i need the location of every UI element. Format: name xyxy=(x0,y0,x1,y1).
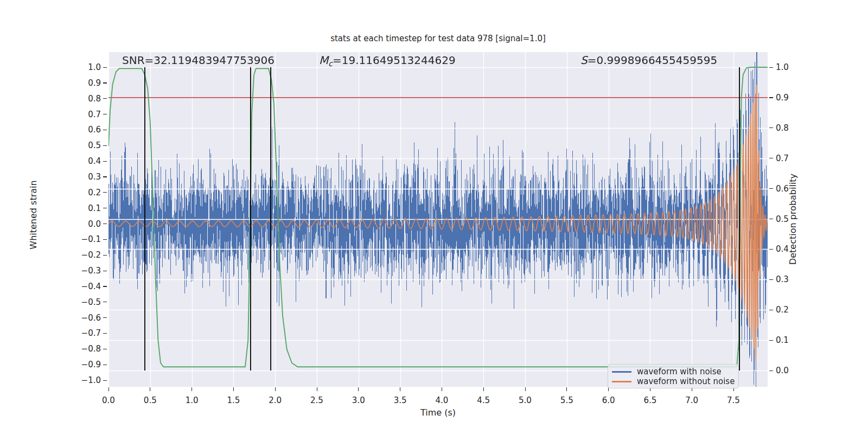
mc-symbol: M xyxy=(319,54,328,67)
y-left-tick-mark xyxy=(103,349,107,349)
y-left-tick-label: 1.0 xyxy=(63,61,101,73)
y-left-tick-mark xyxy=(103,176,107,177)
y-left-tick-label: −1.0 xyxy=(63,374,101,386)
x-tick-mark xyxy=(317,387,317,391)
y-right-tick-label: 0.3 xyxy=(776,273,808,285)
y-right-tick-label: 0.2 xyxy=(776,304,808,316)
x-axis-label: Time (s) xyxy=(108,407,768,418)
y-right-tick-mark xyxy=(769,188,773,189)
y-left-tick-label: 0.0 xyxy=(63,218,101,230)
y-right-tick-mark xyxy=(769,340,773,341)
s-value: =0.9998966455459595 xyxy=(588,54,717,67)
y-left-tick-label: 0.7 xyxy=(63,108,101,120)
x-tick-mark xyxy=(358,387,359,391)
y-left-tick-label: −0.7 xyxy=(63,327,101,339)
snr-text: SNR=32.119483947753906 xyxy=(122,54,275,67)
x-tick-mark xyxy=(566,387,567,391)
y-left-tick-mark xyxy=(103,239,107,240)
y-left-tick-label: −0.1 xyxy=(63,233,101,245)
mc-subscript: c xyxy=(328,59,333,68)
y-left-tick-label: 0.2 xyxy=(63,187,101,199)
y-left-tick-mark xyxy=(103,130,107,130)
legend-line-orange-icon xyxy=(612,381,631,382)
y-left-tick-label: −0.4 xyxy=(63,280,101,292)
x-tick-label: 1.5 xyxy=(219,394,247,406)
x-tick-mark xyxy=(192,387,192,391)
y-left-tick-mark xyxy=(103,302,107,302)
y-left-tick-mark xyxy=(103,380,107,381)
chirp-mass-annotation: Mc=19.11649513244629 xyxy=(319,54,456,68)
y-right-tick-mark xyxy=(769,67,773,68)
y-left-tick-mark xyxy=(103,208,107,208)
chart-title: stats at each timestep for test data 978… xyxy=(108,34,768,43)
plot-canvas xyxy=(108,52,768,387)
y-left-tick-mark xyxy=(103,271,107,271)
y-right-tick-label: 0.7 xyxy=(776,152,808,164)
x-tick-mark xyxy=(233,387,234,391)
y-left-tick-mark xyxy=(103,161,107,162)
x-tick-label: 6.5 xyxy=(636,394,664,406)
legend: waveform with noise waveform without noi… xyxy=(608,364,739,388)
y-left-tick-mark xyxy=(103,317,107,318)
y-right-tick-mark xyxy=(769,249,773,250)
x-tick-label: 2.0 xyxy=(261,394,289,406)
mc-value: =19.11649513244629 xyxy=(333,54,456,67)
x-tick-label: 3.0 xyxy=(344,394,373,406)
x-tick-label: 2.5 xyxy=(303,394,331,406)
y-left-tick-mark xyxy=(103,333,107,334)
y-right-tick-label: 0.8 xyxy=(776,122,808,134)
x-tick-label: 0.5 xyxy=(136,394,164,406)
y-right-tick-mark xyxy=(769,219,773,219)
y-left-tick-label: 0.6 xyxy=(63,124,101,136)
legend-item-without-noise: waveform without noise xyxy=(612,376,734,386)
x-tick-label: 4.0 xyxy=(427,394,456,406)
y-left-tick-label: 0.9 xyxy=(63,77,101,89)
x-tick-label: 3.5 xyxy=(386,394,414,406)
x-tick-mark xyxy=(483,387,484,391)
y-left-tick-label: −0.5 xyxy=(63,296,101,308)
y-right-tick-mark xyxy=(769,310,773,310)
x-tick-mark xyxy=(108,387,109,391)
y-left-tick-label: 0.1 xyxy=(63,202,101,214)
x-tick-label: 6.0 xyxy=(595,394,623,406)
y-left-tick-label: −0.3 xyxy=(63,265,101,277)
y-left-tick-mark xyxy=(103,192,107,193)
y-right-tick-mark xyxy=(769,371,773,371)
legend-item-with-noise: waveform with noise xyxy=(612,367,734,376)
x-tick-label: 7.5 xyxy=(719,394,748,406)
y-left-tick-mark xyxy=(103,82,107,83)
x-tick-mark xyxy=(150,387,150,391)
legend-label: waveform with noise xyxy=(637,367,722,376)
y-left-tick-label: 0.8 xyxy=(63,93,101,105)
x-tick-label: 5.5 xyxy=(553,394,581,406)
y-left-tick-label: 0.5 xyxy=(63,139,101,151)
y-right-tick-mark xyxy=(769,127,773,128)
legend-line-blue-icon xyxy=(612,371,631,373)
x-tick-mark xyxy=(442,387,442,391)
x-tick-label: 7.0 xyxy=(678,394,706,406)
x-tick-label: 1.0 xyxy=(178,394,206,406)
y-left-tick-label: 0.3 xyxy=(63,171,101,183)
y-right-tick-mark xyxy=(769,279,773,280)
y-left-tick-mark xyxy=(103,365,107,365)
y-right-tick-mark xyxy=(769,97,773,98)
s-symbol: S xyxy=(580,54,588,67)
y-left-tick-mark xyxy=(103,224,107,224)
y-left-tick-label: −0.9 xyxy=(63,359,101,371)
y-right-tick-label: 0.9 xyxy=(776,92,808,104)
x-tick-mark xyxy=(275,387,276,391)
x-tick-mark xyxy=(525,387,526,391)
score-annotation: S=0.9998966455459595 xyxy=(580,54,717,67)
x-tick-label: 0.0 xyxy=(94,394,123,406)
y-left-tick-label: 0.4 xyxy=(63,155,101,167)
snr-annotation: SNR=32.119483947753906 xyxy=(122,54,275,67)
y-left-tick-mark xyxy=(103,145,107,146)
y-left-tick-mark xyxy=(103,67,107,68)
y-right-tick-label: 0.1 xyxy=(776,334,808,346)
y-left-tick-mark xyxy=(103,255,107,256)
y-left-tick-mark xyxy=(103,98,107,99)
y-left-tick-mark xyxy=(103,286,107,286)
y-right-tick-label: 1.0 xyxy=(776,61,808,73)
figure: stats at each timestep for test data 978… xyxy=(0,0,868,434)
legend-label: waveform without noise xyxy=(637,376,735,386)
